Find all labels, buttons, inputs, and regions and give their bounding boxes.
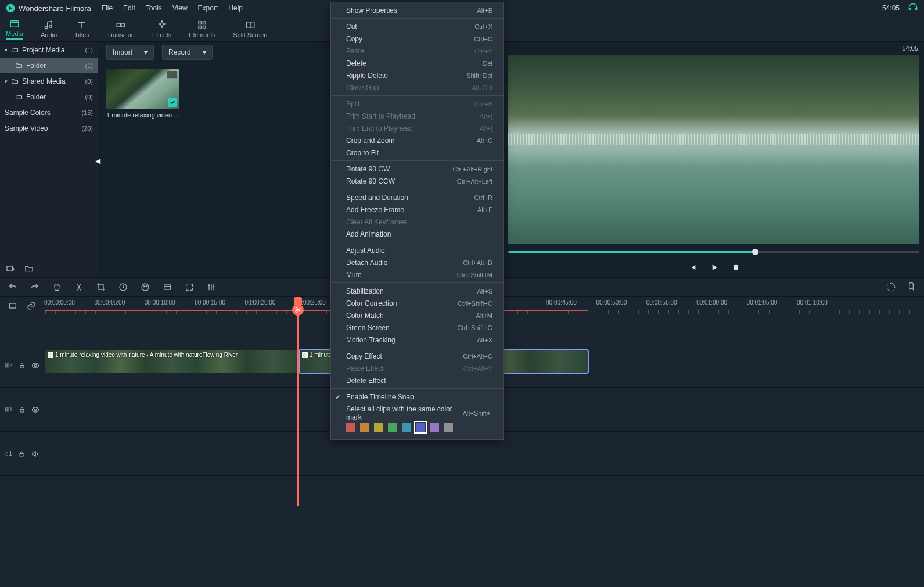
- color-swatch[interactable]: [416, 423, 425, 432]
- ctx-color-correction[interactable]: Color CorrectionCtrl+Shift+C: [331, 297, 503, 309]
- ctx-crop-and-zoom[interactable]: Crop and ZoomAlt+C: [331, 134, 503, 146]
- new-folder-icon[interactable]: [6, 264, 15, 273]
- tree-row[interactable]: Folder(1): [0, 58, 98, 73]
- prev-frame-button[interactable]: [688, 263, 697, 272]
- media-tree: ▾Project Media(1)Folder(1)▾Shared Media(…: [0, 42, 98, 259]
- menu-export[interactable]: Export: [198, 4, 218, 12]
- svg-point-21: [34, 409, 37, 411]
- ctx-ripple-delete[interactable]: Ripple DeleteShift+Del: [331, 69, 503, 81]
- menu-view[interactable]: View: [172, 4, 188, 12]
- color-swatch[interactable]: [346, 423, 355, 432]
- tab-media[interactable]: Media: [6, 19, 23, 40]
- marker-icon[interactable]: [907, 282, 916, 291]
- ctx-add-freeze-frame[interactable]: Add Freeze FrameAlt+F: [331, 203, 503, 216]
- play-button[interactable]: [710, 263, 719, 272]
- color-swatch[interactable]: [430, 423, 439, 432]
- scissors-icon[interactable]: [292, 304, 304, 316]
- render-icon[interactable]: [163, 282, 172, 292]
- speaker-icon[interactable]: [31, 450, 39, 458]
- speed-icon[interactable]: [118, 282, 128, 292]
- menu-edit[interactable]: Edit: [123, 4, 135, 12]
- tree-row[interactable]: Sample Video(20): [0, 120, 98, 136]
- lock-icon[interactable]: [18, 450, 25, 457]
- color-swatch[interactable]: [388, 423, 397, 432]
- import-dropdown[interactable]: Import▾: [106, 45, 154, 60]
- ctx-detach-audio[interactable]: Detach AudioCtrl+Alt+D: [331, 256, 503, 269]
- support-headset-icon[interactable]: [908, 3, 918, 13]
- timeline-playhead[interactable]: [297, 314, 299, 506]
- ctx-speed-and-duration[interactable]: Speed and DurationCtrl+R: [331, 191, 503, 203]
- svg-point-24: [296, 310, 297, 312]
- expand-icon[interactable]: [185, 282, 194, 292]
- eye-icon[interactable]: [31, 361, 39, 370]
- ctx-motion-tracking[interactable]: Motion TrackingAlt+X: [331, 334, 503, 346]
- track-label: ⊞1: [5, 406, 13, 413]
- ctx-adjust-audio[interactable]: Adjust Audio: [331, 244, 503, 256]
- stop-button[interactable]: [732, 263, 740, 271]
- tree-row[interactable]: Sample Colors(15): [0, 105, 98, 120]
- ctx-show-properties[interactable]: Show PropertiesAlt+E: [331, 4, 503, 16]
- ctx-delete[interactable]: DeleteDel: [331, 57, 503, 69]
- context-menu: Show PropertiesAlt+ECutCtrl+XCopyCtrl+CP…: [330, 2, 504, 440]
- ctx-add-animation[interactable]: Add Animation: [331, 228, 503, 240]
- tab-transition[interactable]: Transition: [107, 20, 135, 38]
- ruler-tick: 00:01:10:00: [797, 299, 828, 306]
- tab-split-screen[interactable]: Split Screen: [233, 20, 267, 38]
- tree-row[interactable]: ▾Project Media(1): [0, 42, 98, 58]
- ctx-mute[interactable]: MuteCtrl+Shift+M: [331, 269, 503, 281]
- ctx-select-all-clips-with-the-same-color-mark[interactable]: Select all clips with the same color mar…: [331, 407, 503, 419]
- ruler-tick: 00:01:05:00: [747, 299, 778, 306]
- record-dropdown[interactable]: Record▾: [162, 45, 213, 60]
- folder-icon[interactable]: [24, 264, 34, 273]
- redo-icon[interactable]: [30, 282, 39, 292]
- svg-rect-22: [20, 453, 23, 456]
- timeline-link-icon[interactable]: [27, 301, 36, 310]
- color-swatch[interactable]: [374, 423, 383, 432]
- media-panel: ▾Project Media(1)Folder(1)▾Shared Media(…: [0, 42, 98, 277]
- undo-icon[interactable]: [8, 282, 17, 292]
- preview-scrubber[interactable]: [508, 246, 919, 257]
- tab-effects[interactable]: Effects: [152, 20, 171, 38]
- timeline-clip[interactable]: ▸1 minute relaxing video with nature - A…: [45, 350, 297, 373]
- color-swatch[interactable]: [444, 423, 453, 432]
- color-swatch[interactable]: [402, 423, 411, 432]
- menu-file[interactable]: File: [102, 4, 113, 12]
- media-thumbnail[interactable]: 1 minute relaxing video ...: [106, 69, 179, 119]
- ctx-copy[interactable]: CopyCtrl+C: [331, 33, 503, 45]
- ctx-delete-effect[interactable]: Delete Effect: [331, 374, 503, 386]
- ctx-crop-to-fit[interactable]: Crop to Fit: [331, 146, 503, 159]
- tree-row[interactable]: Folder(0): [0, 89, 98, 105]
- lock-icon[interactable]: [19, 362, 26, 369]
- app-logo: Wondershare Filmora: [6, 3, 91, 13]
- render-preview-icon[interactable]: [886, 282, 896, 292]
- ctx-paste-effect: Paste EffectCtrl+Alt+V: [331, 362, 503, 374]
- delete-icon[interactable]: [52, 282, 62, 292]
- tree-row[interactable]: ▾Shared Media(0): [0, 73, 98, 89]
- split-icon[interactable]: [74, 282, 84, 292]
- eye-icon[interactable]: [31, 406, 39, 414]
- timeline-fit-icon[interactable]: [8, 301, 17, 310]
- menu-tools[interactable]: Tools: [146, 4, 162, 12]
- tab-elements[interactable]: Elements: [189, 20, 215, 38]
- ctx-color-match[interactable]: Color MatchAlt+M: [331, 309, 503, 321]
- ctx-rotate-90-ccw[interactable]: Rotate 90 CCWCtrl+Alt+Left: [331, 175, 503, 187]
- menu-help[interactable]: Help: [228, 4, 243, 12]
- ctx-green-screen[interactable]: Green ScreenCtrl+Shift+G: [331, 321, 503, 334]
- tab-titles[interactable]: Titles: [74, 20, 89, 38]
- ctx-cut[interactable]: CutCtrl+X: [331, 20, 503, 33]
- ctx-rotate-90-cw[interactable]: Rotate 90 CWCtrl+Alt+Right: [331, 163, 503, 175]
- panel-collapse-arrow[interactable]: ◀: [95, 157, 100, 165]
- preview-viewport[interactable]: [508, 55, 919, 244]
- svg-rect-5: [203, 22, 206, 24]
- ctx-copy-effect[interactable]: Copy EffectCtrl+Alt+C: [331, 350, 503, 362]
- tab-audio[interactable]: Audio: [41, 20, 57, 38]
- color-swatch[interactable]: [360, 423, 369, 432]
- color-icon[interactable]: [141, 282, 150, 292]
- ctx-stabilization[interactable]: StabilizationAlt+S: [331, 285, 503, 297]
- mixer-icon[interactable]: [207, 282, 216, 292]
- crop-icon[interactable]: [96, 282, 106, 292]
- lock-icon[interactable]: [19, 406, 26, 413]
- svg-rect-1: [10, 20, 19, 27]
- ctx-enable-timeline-snap[interactable]: ✓Enable Timeline Snap: [331, 391, 503, 403]
- svg-point-23: [296, 307, 297, 309]
